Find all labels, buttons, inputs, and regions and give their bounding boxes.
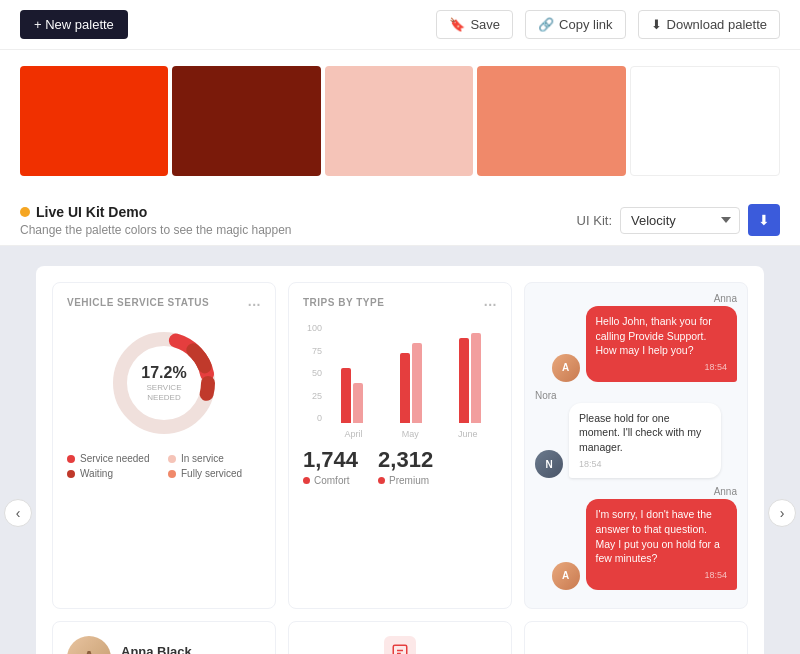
- chat-card: Anna Hello John, thank you for calling P…: [524, 282, 748, 609]
- trips-card-title: TRIPS BY TYPE ···: [303, 297, 497, 313]
- response-card: 12m Average response: [288, 621, 512, 654]
- profile-avatar: A: [67, 636, 111, 654]
- bar-group-may: [400, 343, 422, 423]
- svg-text:NEEDED: NEEDED: [147, 393, 181, 402]
- legend-fully-serviced: Fully serviced: [168, 468, 261, 479]
- chat-sender-anna-2: Anna: [535, 486, 737, 497]
- profile-info: A Anna Black Sr. Customer Manager: [67, 636, 261, 654]
- copy-link-button[interactable]: 🔗 Copy link: [525, 10, 625, 39]
- toolbar-actions: 🔖 Save 🔗 Copy link ⬇ Download palette: [436, 10, 780, 39]
- ui-kit-label: UI Kit:: [577, 213, 612, 228]
- bar-april-2: [353, 383, 363, 423]
- stat-comfort: 1,744 Comfort: [303, 447, 358, 486]
- legend-dot-service: [67, 455, 75, 463]
- swatch-white[interactable]: [630, 66, 780, 176]
- chat-sender-anna-1: Anna: [535, 293, 737, 304]
- bar-april-1: [341, 368, 351, 423]
- bar-chart: 100 75 50 25 0: [303, 323, 497, 423]
- legend-dot-inservice: [168, 455, 176, 463]
- donut-chart: 17.2% SERVICE NEEDED: [67, 323, 261, 443]
- legend-waiting: Waiting: [67, 468, 160, 479]
- bar-may-2: [412, 343, 422, 423]
- chat-row-nora: N Please hold for one moment. I'll check…: [535, 403, 737, 479]
- toolbar: + New palette 🔖 Save 🔗 Copy link ⬇ Downl…: [0, 0, 800, 50]
- profile-name: Anna Black: [121, 644, 232, 654]
- chat-row-anna-2: I'm sorry, I don't have the answer to th…: [535, 499, 737, 589]
- avatar-anna: A: [552, 354, 580, 382]
- response-icon: [384, 636, 416, 654]
- page: + New palette 🔖 Save 🔗 Copy link ⬇ Downl…: [0, 0, 800, 654]
- chat-sender-nora: Nora: [535, 390, 737, 401]
- bar-june-2: [471, 333, 481, 423]
- stat-premium: 2,312 Premium: [378, 447, 433, 486]
- live-title: Live UI Kit Demo: [20, 204, 292, 220]
- legend-dot-fullservice: [168, 470, 176, 478]
- swatch-dark-red[interactable]: [172, 66, 320, 176]
- swatch-light-pink[interactable]: [325, 66, 473, 176]
- trips-card-menu[interactable]: ···: [484, 297, 497, 313]
- trips-card: TRIPS BY TYPE ··· 100 75 50 25 0: [288, 282, 512, 609]
- swatch-salmon[interactable]: [477, 66, 625, 176]
- live-indicator: [20, 207, 30, 217]
- bar-may-1: [400, 353, 410, 423]
- download-icon: ⬇: [651, 17, 662, 32]
- bar-group-june: [459, 333, 481, 423]
- ui-kit-selector: UI Kit: Velocity Material Bootstrap ⬇: [577, 204, 780, 236]
- save-button[interactable]: 🔖 Save: [436, 10, 513, 39]
- x-axis: April May June: [303, 429, 497, 439]
- ui-kit-select[interactable]: Velocity Material Bootstrap: [620, 207, 740, 234]
- live-subtitle: Change the palette colors to see the mag…: [20, 223, 292, 237]
- svg-text:SERVICE: SERVICE: [147, 383, 182, 392]
- demo-area: ‹ › VEHICLE SERVICE STATUS ··· 17.2% SER…: [0, 246, 800, 654]
- chat-row-anna-1: Hello John, thank you for calling Provid…: [535, 306, 737, 382]
- link-icon: 🔗: [538, 17, 554, 32]
- vehicle-card-title: VEHICLE SERVICE STATUS ···: [67, 297, 261, 313]
- bar-stats: 1,744 Comfort 2,312 Premium: [303, 447, 497, 486]
- avatar-anna-2: A: [552, 562, 580, 590]
- legend-in-service: In service: [168, 453, 261, 464]
- swatch-red[interactable]: [20, 66, 168, 176]
- bookmark-icon: 🔖: [449, 17, 465, 32]
- bar-june-1: [459, 338, 469, 423]
- svg-text:17.2%: 17.2%: [141, 364, 186, 381]
- dashboard: VEHICLE SERVICE STATUS ··· 17.2% SERVICE…: [36, 266, 764, 654]
- nps-card: 4.32 Median NPS: [524, 621, 748, 654]
- vehicle-service-card: VEHICLE SERVICE STATUS ··· 17.2% SERVICE…: [52, 282, 276, 609]
- live-section: Live UI Kit Demo Change the palette colo…: [0, 192, 800, 246]
- legend-service-needed: Service needed: [67, 453, 160, 464]
- color-swatches: [0, 50, 800, 192]
- download-button[interactable]: ⬇: [748, 204, 780, 236]
- new-palette-button[interactable]: + New palette: [20, 10, 128, 39]
- download-palette-button[interactable]: ⬇ Download palette: [638, 10, 780, 39]
- prev-arrow[interactable]: ‹: [4, 499, 32, 527]
- next-arrow[interactable]: ›: [768, 499, 796, 527]
- bar-group-april: [341, 368, 363, 423]
- chat-bubble-anna-1: Hello John, thank you for calling Provid…: [586, 306, 738, 382]
- stat-comfort-dot: [303, 477, 310, 484]
- live-title-group: Live UI Kit Demo Change the palette colo…: [20, 204, 292, 237]
- chat-bubble-anna-2: I'm sorry, I don't have the answer to th…: [586, 499, 738, 589]
- chat-bubble-nora: Please hold for one moment. I'll check w…: [569, 403, 721, 479]
- legend-dot-waiting: [67, 470, 75, 478]
- avatar-nora: N: [535, 450, 563, 478]
- vehicle-card-menu[interactable]: ···: [248, 297, 261, 313]
- profile-card: A Anna Black Sr. Customer Manager View p…: [52, 621, 276, 654]
- stat-premium-dot: [378, 477, 385, 484]
- vehicle-legend: Service needed In service Waiting Fully …: [67, 453, 261, 479]
- download-icon: ⬇: [758, 212, 770, 228]
